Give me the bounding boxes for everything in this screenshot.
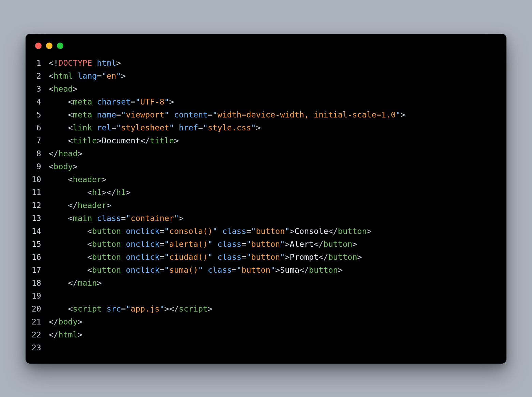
code-content: <script src="app.js"></script> — [49, 302, 213, 315]
code-content: <main class="container"> — [49, 212, 184, 225]
code-line: 2 <html lang="en"> — [30, 69, 497, 82]
line-number: 18 — [30, 276, 49, 289]
zoom-icon[interactable] — [57, 43, 63, 49]
line-number: 17 — [30, 264, 49, 276]
code-content: <button onclick="alerta()" class="button… — [49, 238, 357, 251]
code-content: <head> — [49, 82, 78, 95]
code-line: 23 — [30, 341, 497, 354]
line-number: 19 — [30, 289, 49, 302]
code-content: <meta charset="UTF-8"> — [49, 95, 174, 108]
code-content: <link rel="stylesheet" href="style.css"> — [49, 121, 261, 134]
line-number: 2 — [30, 69, 49, 82]
code-line: 14 <button onclick="consola()" class="bu… — [30, 225, 497, 238]
code-line: 3 <head> — [30, 82, 497, 95]
code-line: 8 </head> — [30, 147, 497, 160]
code-content: <button onclick="consola()" class="butto… — [49, 225, 372, 238]
line-number: 14 — [30, 225, 49, 238]
line-number: 20 — [30, 302, 49, 315]
line-number: 15 — [30, 238, 49, 251]
line-number: 23 — [30, 341, 49, 354]
line-number: 10 — [30, 173, 49, 186]
line-number: 1 — [30, 57, 49, 69]
code-line: 7 <title>Document</title> — [30, 134, 497, 147]
line-number: 5 — [30, 108, 49, 121]
code-line: 6 <link rel="stylesheet" href="style.css… — [30, 121, 497, 134]
code-content: <html lang="en"> — [49, 69, 126, 82]
line-number: 12 — [30, 199, 49, 212]
code-area[interactable]: 1 <!DOCTYPE html> 2 <html lang="en"> 3 <… — [26, 54, 506, 354]
line-number: 4 — [30, 95, 49, 108]
code-line: 5 <meta name="viewport" content="width=d… — [30, 108, 497, 121]
code-line: 19 — [30, 289, 497, 302]
code-content: </header> — [49, 199, 111, 212]
code-content: <button onclick="ciudad()" class="button… — [49, 251, 362, 264]
code-line: 22 </html> — [30, 328, 497, 341]
code-content: <body> — [49, 160, 78, 173]
code-content: <button onclick="suma()" class="button">… — [49, 264, 343, 276]
line-number: 3 — [30, 82, 49, 95]
line-number: 21 — [30, 315, 49, 328]
code-content: <!DOCTYPE html> — [49, 57, 121, 69]
line-number: 16 — [30, 251, 49, 264]
line-number: 8 — [30, 147, 49, 160]
code-line: 9 <body> — [30, 160, 497, 173]
code-content: <title>Document</title> — [49, 134, 179, 147]
code-line: 17 <button onclick="suma()" class="butto… — [30, 264, 497, 276]
code-content: </head> — [49, 147, 82, 160]
line-number: 11 — [30, 186, 49, 199]
code-content: </body> — [49, 315, 82, 328]
line-number: 13 — [30, 212, 49, 225]
line-number: 6 — [30, 121, 49, 134]
code-line: 4 <meta charset="UTF-8"> — [30, 95, 497, 108]
code-line: 12 </header> — [30, 199, 497, 212]
code-line: 15 <button onclick="alerta()" class="but… — [30, 238, 497, 251]
code-content: </main> — [49, 276, 102, 289]
code-line: 11 <h1></h1> — [30, 186, 497, 199]
line-number: 9 — [30, 160, 49, 173]
code-line: 20 <script src="app.js"></script> — [30, 302, 497, 315]
code-line: 1 <!DOCTYPE html> — [30, 57, 497, 69]
code-content: <header> — [49, 173, 107, 186]
code-line: 18 </main> — [30, 276, 497, 289]
code-content: <h1></h1> — [49, 186, 131, 199]
code-line: 21 </body> — [30, 315, 497, 328]
code-content: <meta name="viewport" content="width=dev… — [49, 108, 405, 121]
code-line: 16 <button onclick="ciudad()" class="but… — [30, 251, 497, 264]
editor-window: 1 <!DOCTYPE html> 2 <html lang="en"> 3 <… — [26, 34, 506, 364]
code-line: 10 <header> — [30, 173, 497, 186]
close-icon[interactable] — [35, 43, 42, 49]
titlebar — [26, 34, 506, 54]
code-line: 13 <main class="container"> — [30, 212, 497, 225]
line-number: 7 — [30, 134, 49, 147]
line-number: 22 — [30, 328, 49, 341]
minimize-icon[interactable] — [46, 43, 52, 49]
code-content: </html> — [49, 328, 82, 341]
